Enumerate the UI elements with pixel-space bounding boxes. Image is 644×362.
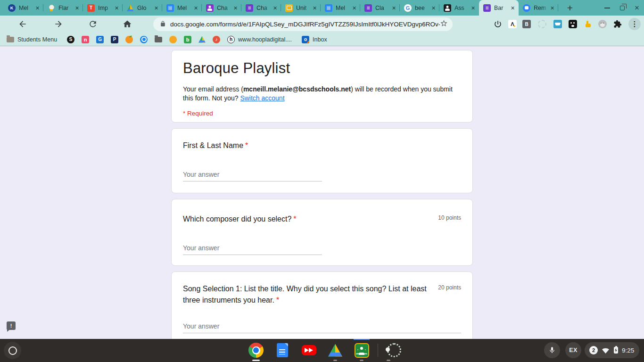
minimize-icon[interactable]: [604, 8, 610, 8]
tab-mel-2[interactable]: Mel: [162, 0, 202, 16]
restore-window-icon[interactable]: [620, 6, 625, 10]
launcher-icon[interactable]: [4, 342, 21, 359]
tab-close-icon[interactable]: [470, 4, 477, 11]
tab-close-icon[interactable]: [74, 4, 81, 11]
question-card-composer: Which composer did you select?* 10 point…: [171, 199, 473, 266]
bear-icon[interactable]: [567, 18, 578, 30]
tab-list: Mel Flar Imp Glo Mel Cha Cha Unit Mel Cl…: [4, 0, 558, 16]
switch-account-link[interactable]: Switch account: [240, 94, 284, 102]
tab-close-icon[interactable]: [390, 4, 397, 11]
reload-icon[interactable]: [87, 18, 99, 30]
answer-input-composer[interactable]: [183, 241, 322, 255]
tab-unit[interactable]: Unit: [281, 0, 321, 16]
puzzle-extensions-icon[interactable]: [612, 18, 623, 30]
google-forms-icon: [246, 4, 253, 12]
clock: 9:25: [622, 347, 634, 354]
tab-cha-2[interactable]: Cha: [241, 0, 281, 16]
back-icon[interactable]: [17, 18, 28, 30]
points-label: 10 points: [438, 214, 461, 221]
three-dot-menu-icon[interactable]: [628, 18, 641, 30]
letter-b-icon[interactable]: [521, 18, 532, 30]
dictation-mic-icon[interactable]: [544, 342, 560, 358]
google-drive-icon[interactable]: [328, 343, 343, 358]
tangerine-icon[interactable]: [125, 36, 133, 43]
close-window-icon[interactable]: [635, 4, 639, 12]
required-asterisk: *: [245, 141, 248, 149]
google-classroom-icon[interactable]: [354, 343, 369, 358]
home-icon[interactable]: [122, 18, 133, 30]
nearpod-icon[interactable]: [82, 36, 89, 43]
tab-glo[interactable]: Glo: [123, 0, 162, 16]
status-tray[interactable]: 2 9:25: [585, 342, 639, 358]
tab-cla[interactable]: Cla: [360, 0, 400, 16]
tab-close-icon[interactable]: [272, 4, 279, 11]
form-title: Baroque Playlist: [183, 60, 461, 77]
email-notice: Your email address (mcneill.melanie@bcsd…: [183, 85, 462, 103]
google-drive-icon[interactable]: [198, 36, 206, 43]
tab-close-icon[interactable]: [311, 4, 318, 11]
tab-close-icon[interactable]: [192, 4, 199, 11]
dark-folder-icon[interactable]: [155, 37, 162, 42]
tab-close-icon[interactable]: [430, 4, 437, 11]
tab-close-icon[interactable]: [153, 4, 160, 11]
tab-close-icon[interactable]: [113, 4, 120, 11]
b-square-icon[interactable]: [184, 36, 191, 43]
tab-mel-1[interactable]: Mel: [4, 0, 43, 16]
tab-baroque-playlist[interactable]: Bar: [479, 0, 519, 16]
tab-close-icon[interactable]: [34, 4, 41, 11]
classroom-notification-dash: [354, 339, 370, 340]
loading-app-spinner-icon[interactable]: [387, 343, 402, 358]
s-circle-icon[interactable]: [67, 36, 74, 43]
bookmark-hoopla[interactable]: www.hoopladigital....: [238, 36, 292, 43]
input-method-button[interactable]: EX: [565, 342, 581, 358]
tab-close-icon[interactable]: [351, 4, 358, 11]
hand-icon[interactable]: [582, 18, 594, 30]
battery-charging-icon: [614, 347, 618, 354]
music-note-icon[interactable]: [213, 36, 220, 43]
ring-circle-icon[interactable]: [140, 36, 148, 43]
tab-rem[interactable]: Rem: [519, 0, 558, 16]
youtube-icon[interactable]: [301, 343, 316, 358]
tab-close-icon[interactable]: [549, 4, 556, 11]
tab-cha-1[interactable]: Cha: [202, 0, 241, 16]
spinner-running-indicator: [387, 360, 390, 361]
tab-close-icon[interactable]: [509, 4, 516, 11]
drive-running-indicator: [333, 360, 337, 361]
tab-bee[interactable]: bee: [400, 0, 439, 16]
bookmark-students-menu[interactable]: Students Menu: [17, 36, 57, 43]
cloud-icon[interactable]: [552, 18, 563, 30]
url-text[interactable]: docs.google.com/forms/d/e/1FAIpQLSey_mDG…: [170, 21, 440, 28]
google-g-icon: [404, 4, 412, 12]
forward-icon[interactable]: [53, 18, 64, 30]
tab-close-icon[interactable]: [232, 4, 239, 11]
bookmark-star-icon[interactable]: [440, 19, 448, 29]
answer-input-song-selection[interactable]: [183, 319, 461, 333]
power-icon[interactable]: [492, 18, 504, 30]
disabled-extension-icon[interactable]: [537, 18, 548, 30]
monkey-icon[interactable]: [597, 18, 608, 30]
chrome-icon[interactable]: [248, 343, 264, 358]
lambda-icon[interactable]: [507, 18, 518, 30]
tab-imp[interactable]: Imp: [83, 0, 123, 16]
google-docs-icon[interactable]: [275, 343, 290, 358]
orange-circle-icon[interactable]: [169, 36, 177, 43]
bookmarks-bar: Students Menu www.hoopladigital.... Inbo…: [0, 33, 644, 46]
new-tab-button[interactable]: [564, 2, 576, 14]
window-controls: [604, 0, 639, 16]
chromeos-shelf: EX 2 9:25: [0, 339, 644, 362]
address-bar[interactable]: docs.google.com/forms/d/e/1FAIpQLSey_mDG…: [153, 17, 453, 31]
tab-strip: Mel Flar Imp Glo Mel Cha Cha Unit Mel Cl…: [0, 0, 644, 16]
tab-mel-3[interactable]: Mel: [321, 0, 360, 16]
tab-flar[interactable]: Flar: [43, 0, 83, 16]
lock-icon: [160, 20, 166, 29]
answer-input-name[interactable]: [183, 167, 322, 181]
g-square-icon[interactable]: [96, 36, 104, 43]
tab-ass[interactable]: Ass: [439, 0, 479, 16]
report-abuse-icon[interactable]: [7, 321, 16, 330]
bookmark-inbox[interactable]: Inbox: [313, 36, 327, 43]
user-email: mcneill.melanie@bcsdschools.net: [243, 85, 351, 93]
lightbulb-icon: [48, 4, 55, 12]
p-square-icon[interactable]: [111, 36, 118, 43]
google-slides-icon: [285, 4, 293, 12]
inbox-icon: [302, 36, 309, 43]
